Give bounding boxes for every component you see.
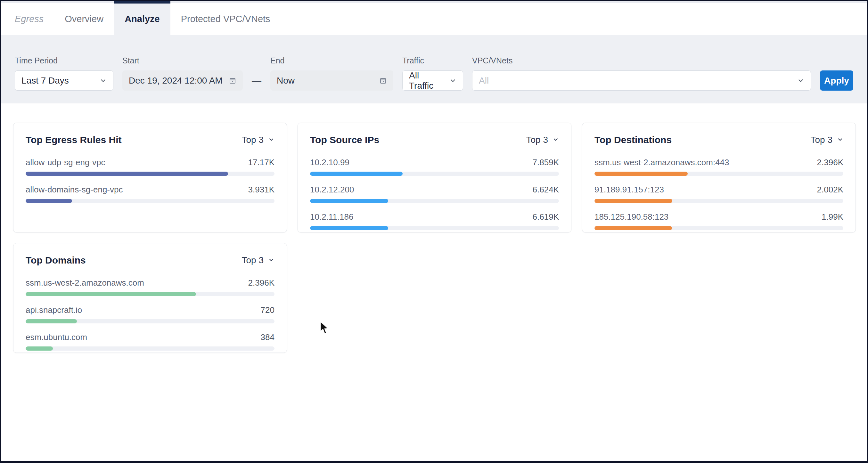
bar-label: 91.189.91.157:123: [594, 185, 664, 195]
calendar-icon[interactable]: [229, 77, 237, 85]
card-header: Top Source IPsTop 3: [310, 134, 559, 145]
traffic-value: All Traffic: [409, 70, 445, 91]
bar-value: 2.002K: [817, 185, 843, 195]
bar-row: allow-udp-sg-eng-vpc17.17K: [26, 158, 275, 176]
vpc-vnets-select[interactable]: All: [472, 70, 811, 91]
time-period-select[interactable]: Last 7 Days: [15, 70, 113, 91]
bar-track: [26, 292, 275, 296]
chevron-down-icon: [797, 77, 804, 84]
vpc-vnets-placeholder: All: [479, 75, 489, 86]
card-header: Top DestinationsTop 3: [594, 134, 843, 145]
bar-row: 91.189.91.157:1232.002K: [594, 185, 843, 203]
tab-egress: Egress: [15, 3, 43, 35]
card-top-destinations: Top DestinationsTop 3ssm.us-west-2.amazo…: [582, 123, 856, 232]
end-group: End Now: [270, 56, 393, 91]
time-period-value: Last 7 Days: [22, 75, 69, 86]
end-date-value: Now: [277, 75, 295, 86]
chevron-down-icon: [268, 135, 275, 145]
filter-bar: Time Period Last 7 Days Start Dec 19, 20…: [1, 35, 867, 103]
topn-select[interactable]: Top 3: [811, 135, 844, 145]
start-group: Start Dec 19, 2024 12:00 AM: [122, 56, 243, 91]
bar-fill: [26, 172, 228, 176]
bar-row: 10.2.10.997.859K: [310, 158, 559, 176]
topn-select[interactable]: Top 3: [242, 135, 275, 145]
bar-track: [594, 226, 843, 230]
bar-line: allow-udp-sg-eng-vpc17.17K: [26, 158, 275, 167]
bar-label: 10.2.12.200: [310, 185, 354, 195]
card-title: Top Egress Rules Hit: [26, 134, 122, 145]
bar-value: 2.396K: [817, 158, 843, 167]
traffic-label: Traffic: [402, 56, 463, 65]
bar-fill: [26, 346, 53, 351]
bar-value: 3.931K: [248, 185, 275, 195]
bar-row: api.snapcraft.io720: [26, 305, 275, 323]
tab-protected-vpc-vnets[interactable]: Protected VPC/VNets: [170, 3, 281, 35]
bar-track: [26, 346, 275, 351]
bar-line: ssm.us-west-2.amazonaws.com2.396K: [26, 278, 275, 288]
tab-overview[interactable]: Overview: [54, 3, 114, 35]
topn-select[interactable]: Top 3: [526, 135, 559, 145]
card-title: Top Source IPs: [310, 134, 379, 145]
bar-track: [26, 172, 275, 176]
bar-row: 10.2.11.1866.619K: [310, 212, 559, 230]
bar-value: 1.99K: [822, 212, 843, 222]
bar-line: api.snapcraft.io720: [26, 305, 275, 315]
bar-row: 10.2.12.2006.624K: [310, 185, 559, 203]
bar-label: ssm.us-west-2.amazonaws.com: [26, 278, 144, 288]
bar-track: [594, 199, 843, 203]
time-period-group: Time Period Last 7 Days: [15, 56, 113, 91]
bar-line: 91.189.91.157:1232.002K: [594, 185, 843, 195]
bar-line: 10.2.12.2006.624K: [310, 185, 559, 195]
chevron-down-icon: [450, 77, 457, 84]
bar-label: allow-udp-sg-eng-vpc: [26, 158, 105, 167]
bar-label: 10.2.10.99: [310, 158, 349, 167]
date-range-separator: —: [252, 70, 261, 91]
bar-track: [310, 226, 559, 230]
bar-label: api.snapcraft.io: [26, 305, 82, 315]
card-title: Top Destinations: [594, 134, 672, 145]
topn-value: Top 3: [242, 135, 264, 145]
end-date-field[interactable]: Now: [270, 70, 393, 91]
vpc-vnets-label: VPC/VNets: [472, 56, 811, 65]
card-top-egress-rules-hit: Top Egress Rules HitTop 3allow-udp-sg-en…: [13, 123, 287, 232]
bar-value: 384: [261, 332, 275, 342]
cards-grid: Top Egress Rules HitTop 3allow-udp-sg-en…: [13, 123, 855, 353]
bar-label: 10.2.11.186: [310, 212, 353, 222]
bar-line: ssm.us-west-2.amazonaws.com:4432.396K: [594, 158, 843, 167]
tab-bar: Egress Overview Analyze Protected VPC/VN…: [1, 3, 867, 35]
bar-track: [26, 319, 275, 323]
bar-line: allow-domains-sg-eng-vpc3.931K: [26, 185, 275, 195]
topn-value: Top 3: [811, 135, 833, 145]
bar-track: [310, 172, 559, 176]
bar-fill: [594, 226, 672, 230]
start-date-field[interactable]: Dec 19, 2024 12:00 AM: [122, 70, 243, 91]
main-content: Top Egress Rules HitTop 3allow-udp-sg-en…: [1, 103, 867, 372]
bar-fill: [26, 199, 72, 203]
traffic-group: Traffic All Traffic: [402, 56, 463, 91]
tab-egress-label: Egress: [15, 14, 43, 24]
page-frame: Egress Overview Analyze Protected VPC/VN…: [0, 0, 868, 463]
bar-fill: [310, 226, 388, 230]
bar-line: esm.ubuntu.com384: [26, 332, 275, 342]
bar-row: esm.ubuntu.com384: [26, 332, 275, 351]
start-label: Start: [122, 56, 243, 65]
bar-value: 17.17K: [248, 158, 275, 167]
card-top-domains: Top DomainsTop 3ssm.us-west-2.amazonaws.…: [13, 243, 287, 353]
bar-fill: [594, 172, 688, 176]
end-label: End: [270, 56, 393, 65]
bar-track: [310, 199, 559, 203]
chevron-down-icon: [100, 77, 107, 84]
bar-row: ssm.us-west-2.amazonaws.com2.396K: [26, 278, 275, 296]
bar-fill: [594, 199, 672, 203]
tab-analyze-label: Analyze: [125, 14, 160, 24]
traffic-select[interactable]: All Traffic: [402, 70, 463, 91]
bar-fill: [310, 172, 403, 176]
chevron-down-icon: [553, 135, 559, 145]
chevron-down-icon: [837, 135, 843, 145]
apply-button[interactable]: Apply: [820, 70, 853, 91]
bar-row: ssm.us-west-2.amazonaws.com:4432.396K: [594, 158, 843, 176]
topn-select[interactable]: Top 3: [242, 255, 275, 265]
chevron-down-icon: [268, 255, 275, 265]
calendar-icon[interactable]: [379, 77, 387, 85]
tab-analyze[interactable]: Analyze: [114, 3, 170, 35]
